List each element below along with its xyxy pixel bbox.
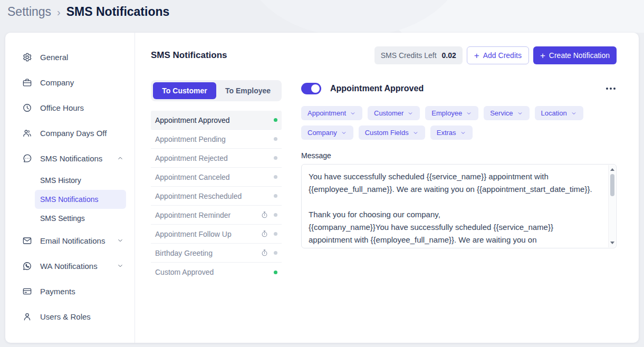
envelope-icon bbox=[22, 236, 32, 246]
status-dot bbox=[274, 194, 277, 198]
status-dot bbox=[274, 232, 277, 236]
placeholder-chip-company[interactable]: Company bbox=[301, 126, 353, 140]
tab-to-employee[interactable]: To Employee bbox=[216, 82, 280, 99]
placeholder-chip-label: Appointment bbox=[307, 109, 346, 117]
sidebar-item-label: Email Notifications bbox=[40, 236, 105, 245]
notification-item-appointment-follow-up[interactable]: Appointment Follow Up bbox=[151, 225, 282, 244]
sidebar-item-company-days-off[interactable]: Company Days Off bbox=[22, 120, 134, 146]
main-content: SMS Notifications SMS Credits Left 0.02 … bbox=[135, 33, 639, 343]
notification-item-label: Custom Approved bbox=[155, 268, 274, 276]
timer-icon bbox=[261, 249, 268, 257]
placeholder-chip-label: Extras bbox=[437, 129, 456, 137]
notification-item-label: Appointment Reminder bbox=[155, 211, 261, 219]
scrollbar[interactable] bbox=[608, 165, 616, 247]
sidebar-item-general[interactable]: General bbox=[22, 44, 134, 70]
timer-icon bbox=[261, 211, 268, 219]
settings-card: GeneralCompanyOffice HoursCompany Days O… bbox=[5, 33, 639, 343]
status-dot bbox=[274, 251, 277, 255]
notification-item-birthday-greeting[interactable]: Birthday Greeting bbox=[151, 244, 282, 263]
sidebar-item-wa-notifications[interactable]: WA Notifications bbox=[22, 253, 134, 278]
sidebar-item-label: WA Notifications bbox=[40, 262, 98, 271]
sidebar-item-email-notifications[interactable]: Email Notifications bbox=[22, 228, 134, 253]
more-options-button[interactable] bbox=[605, 83, 617, 94]
notification-item-label: Appointment Pending bbox=[155, 135, 274, 143]
sidebar-item-label: Payments bbox=[40, 287, 75, 296]
tab-to-customer[interactable]: To Customer bbox=[153, 82, 216, 99]
detail-header: Appointment Approved bbox=[301, 83, 617, 94]
chat-icon bbox=[22, 153, 32, 163]
scrollbar-down-icon[interactable] bbox=[610, 242, 614, 244]
chevron-down-icon bbox=[117, 237, 124, 244]
create-notification-button[interactable]: + Create Notification bbox=[533, 46, 617, 64]
timer-icon bbox=[261, 230, 268, 238]
notification-detail: Appointment Approved AppointmentCustomer… bbox=[301, 80, 617, 282]
chevron-down-icon bbox=[350, 110, 356, 117]
sidebar-item-payments[interactable]: Payments bbox=[22, 278, 134, 304]
placeholder-chip-employee[interactable]: Employee bbox=[425, 106, 478, 120]
placeholder-chip-custom-fields[interactable]: Custom Fields bbox=[359, 126, 425, 140]
sidebar-item-office-hours[interactable]: Office Hours bbox=[22, 95, 134, 120]
add-credits-button[interactable]: + Add Credits bbox=[467, 46, 529, 64]
message-textarea[interactable]: You have successfully scheduled {{servic… bbox=[301, 164, 617, 248]
chevron-down-icon bbox=[466, 110, 472, 117]
plus-icon: + bbox=[540, 51, 545, 60]
placeholder-chip-location[interactable]: Location bbox=[535, 106, 583, 120]
credits-value: 0.02 bbox=[442, 51, 456, 60]
notification-list: Appointment ApprovedAppointment PendingA… bbox=[151, 111, 282, 282]
section-title: SMS Notifications bbox=[151, 50, 227, 61]
breadcrumb-settings-link[interactable]: Settings bbox=[7, 5, 51, 19]
placeholder-chips: AppointmentCustomerEmployeeServiceLocati… bbox=[301, 106, 604, 140]
recipient-tabs: To CustomerTo Employee bbox=[151, 80, 282, 101]
content-row: To CustomerTo Employee Appointment Appro… bbox=[151, 80, 617, 282]
placeholder-chip-label: Location bbox=[541, 109, 567, 117]
status-dot bbox=[274, 213, 277, 217]
sidebar-item-users-roles[interactable]: Users & Roles bbox=[22, 304, 134, 329]
placeholder-chip-extras[interactable]: Extras bbox=[430, 126, 473, 140]
notification-item-appointment-rejected[interactable]: Appointment Rejected bbox=[151, 149, 282, 168]
sms-credits-badge: SMS Credits Left 0.02 bbox=[374, 46, 463, 64]
sidebar-item-label: SMS Notifications bbox=[40, 154, 102, 163]
chevron-down-icon bbox=[571, 110, 577, 117]
sidebar-item-sms-notifications[interactable]: SMS Notifications bbox=[22, 146, 134, 171]
placeholder-chip-appointment[interactable]: Appointment bbox=[301, 106, 362, 120]
notification-item-custom-approved[interactable]: Custom Approved bbox=[151, 263, 282, 282]
status-dot bbox=[274, 118, 277, 122]
sidebar-item-label: Office Hours bbox=[40, 103, 84, 112]
people-icon bbox=[22, 128, 32, 138]
sidebar-subitem-sms-history[interactable]: SMS History bbox=[35, 171, 126, 190]
placeholder-chip-customer[interactable]: Customer bbox=[368, 106, 420, 120]
scrollbar-thumb[interactable] bbox=[610, 174, 614, 196]
notification-item-appointment-reminder[interactable]: Appointment Reminder bbox=[151, 206, 282, 225]
notification-item-appointment-pending[interactable]: Appointment Pending bbox=[151, 130, 282, 149]
placeholder-chip-label: Company bbox=[307, 129, 337, 137]
placeholder-chip-label: Customer bbox=[374, 109, 403, 117]
status-dot bbox=[274, 156, 277, 160]
sidebar-item-company[interactable]: Company bbox=[22, 70, 134, 95]
sidebar-nav: GeneralCompanyOffice HoursCompany Days O… bbox=[22, 44, 134, 329]
sidebar-item-label: Users & Roles bbox=[40, 312, 91, 321]
placeholder-chip-label: Employee bbox=[431, 109, 462, 117]
sidebar: GeneralCompanyOffice HoursCompany Days O… bbox=[5, 33, 135, 343]
notification-item-label: Appointment Rejected bbox=[155, 154, 274, 162]
status-dot bbox=[274, 137, 277, 141]
placeholder-chip-service[interactable]: Service bbox=[484, 106, 529, 120]
chevron-down-icon bbox=[117, 262, 124, 269]
notification-item-appointment-canceled[interactable]: Appointment Canceled bbox=[151, 168, 282, 187]
notification-item-appointment-rescheduled[interactable]: Appointment Rescheduled bbox=[151, 187, 282, 206]
status-dot bbox=[274, 271, 277, 274]
toggle-knob bbox=[311, 84, 320, 93]
scrollbar-up-icon[interactable] bbox=[610, 168, 614, 171]
sidebar-subitem-sms-notifications[interactable]: SMS Notifications bbox=[35, 190, 126, 209]
chevron-down-icon bbox=[412, 130, 419, 136]
sidebar-subitem-sms-settings[interactable]: SMS Settings bbox=[35, 209, 126, 228]
notification-item-label: Appointment Approved bbox=[155, 116, 274, 124]
notification-item-label: Appointment Follow Up bbox=[155, 230, 261, 238]
enable-toggle[interactable] bbox=[301, 83, 321, 94]
chevron-down-icon bbox=[517, 110, 523, 117]
notification-item-label: Appointment Rescheduled bbox=[155, 192, 274, 200]
notification-item-appointment-approved[interactable]: Appointment Approved bbox=[151, 111, 282, 130]
sidebar-item-label: Company bbox=[40, 78, 74, 87]
user-icon bbox=[22, 312, 32, 322]
header-actions: SMS Credits Left 0.02 + Add Credits + Cr… bbox=[374, 46, 617, 64]
plus-icon: + bbox=[474, 51, 479, 60]
